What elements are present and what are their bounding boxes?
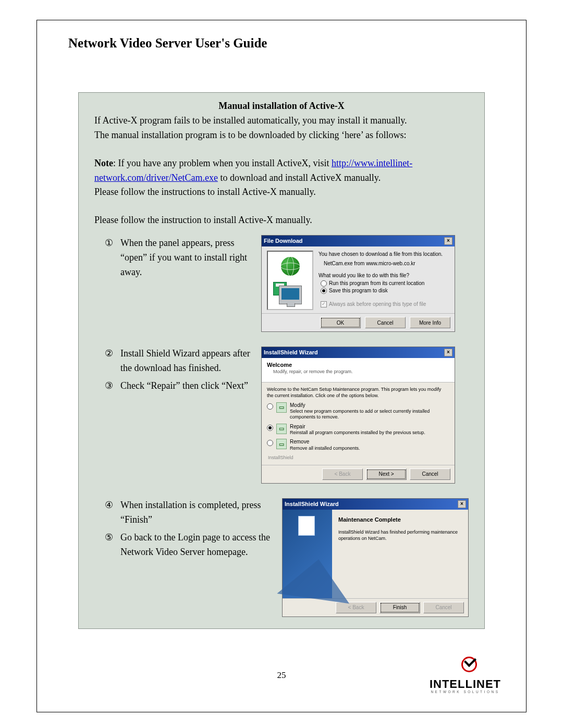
step-2-3-text: ② Install Shield Wizard appears after th… [94, 347, 251, 393]
ok-button[interactable]: OK [320, 317, 361, 328]
note-text-2: to download and install ActiveX manually… [218, 172, 381, 183]
radio-icon [267, 440, 273, 446]
note-label: Note [94, 158, 113, 168]
remove-icon: ▭ [276, 439, 287, 449]
close-icon[interactable]: × [458, 500, 466, 508]
cancel-button[interactable]: Cancel [365, 317, 406, 328]
logo-brand: INTELLINET [430, 677, 501, 691]
file-download-title: File Download [264, 237, 303, 245]
page-border: Network Video Server User's Guide Manual… [36, 20, 527, 712]
panel-heading: Manual installation of Active-X [94, 99, 469, 114]
logo-mark [453, 657, 477, 676]
instruction-block: Please follow the instruction to install… [94, 213, 469, 617]
footer-logo: INTELLINET NETWORK SOLUTIONS [430, 657, 501, 694]
option-save[interactable]: Save this program to disk [321, 287, 449, 294]
wizard-brand-label: InstallShield [268, 454, 447, 462]
note-block: Note: If you have any problem when you i… [94, 156, 469, 200]
step-5-body: Go back to the Login page to access the … [120, 530, 272, 560]
step-4-body: When installation is completed, press “F… [120, 498, 272, 527]
step-1-body: When the panel appears, press “open” if … [120, 236, 251, 280]
download-line-2: NetCam.exe from www.micro-web.co.kr [324, 260, 449, 267]
repair-desc: Reinstall all program components install… [290, 430, 425, 435]
radio-icon [321, 280, 327, 287]
modify-label: Modify [290, 402, 305, 408]
option-save-label: Save this program to disk [329, 287, 388, 294]
step-3-number: ③ [105, 379, 116, 393]
radio-icon [321, 288, 327, 294]
page: Network Video Server User's Guide Manual… [0, 0, 563, 728]
option-run-label: Run this program from its current locati… [329, 280, 424, 287]
file-download-dialog: File Download × You have chosen to downl… [261, 235, 455, 332]
remove-desc: Remove all installed components. [290, 446, 360, 451]
note-line-2: Please follow the instructions to instal… [94, 185, 469, 200]
step-row-2: ② Install Shield Wizard appears after th… [94, 347, 469, 484]
modify-desc: Select new program components to add or … [290, 409, 430, 419]
step-row-1: ① When the panel appears, press “open” i… [94, 235, 469, 332]
step-4-5-text: ④ When installation is completed, press … [94, 498, 272, 560]
step-1-number: ① [105, 236, 116, 280]
option-modify[interactable]: ▭ Modify Select new program components t… [267, 402, 447, 421]
installshield-complete-title: InstallShield Wizard [285, 500, 339, 509]
checkbox-icon: ✓ [321, 301, 327, 307]
installshield-title: InstallShield Wizard [264, 348, 318, 357]
installshield-complete-dialog: InstallShield Wizard × Maintenance Compl… [282, 498, 469, 617]
cancel-button[interactable]: Cancel [410, 468, 450, 480]
step-5-number: ⑤ [105, 530, 116, 560]
remove-label: Remove [290, 439, 309, 445]
more-info-button[interactable]: More Info [410, 317, 450, 328]
intro-line-1: If Active-X program fails to be installe… [94, 114, 469, 128]
wizard-intro: Welcome to the NetCam Setup Maintenance … [267, 387, 447, 399]
monitor-icon [279, 286, 302, 304]
installshield-complete-titlebar: InstallShield Wizard × [283, 499, 468, 510]
step-1-text: ① When the panel appears, press “open” i… [94, 235, 251, 280]
installshield-titlebar: InstallShield Wizard × [262, 347, 455, 358]
step-2-body: Install Shield Wizard appears after the … [120, 347, 251, 376]
option-run[interactable]: Run this program from its current locati… [321, 280, 449, 287]
back-button[interactable]: < Back [322, 468, 363, 480]
sheet-icon [298, 516, 315, 536]
wizard-header: Welcome Modify, repair, or remove the pr… [262, 358, 455, 382]
document-title: Network Video Server User's Guide [68, 36, 495, 51]
repair-icon: ▭ [276, 424, 287, 434]
logo-tagline: NETWORK SOLUTIONS [430, 690, 501, 694]
wizard-subtitle: Modify, repair, or remove the program. [273, 369, 449, 375]
wizard-title: Welcome [267, 361, 449, 368]
cancel-button[interactable]: Cancel [423, 602, 464, 613]
instruction-panel: Manual installation of Active-X If Activ… [78, 92, 485, 629]
option-remove[interactable]: ▭ Remove Remove all installed components… [267, 439, 447, 451]
modify-icon: ▭ [276, 402, 287, 413]
download-text: You have chosen to download a file from … [319, 251, 449, 310]
step-2-number: ② [105, 347, 116, 376]
radio-icon [267, 403, 273, 410]
intro-line-2: The manual installation program is to be… [94, 128, 469, 143]
repair-label: Repair [290, 424, 305, 429]
download-graphic [267, 251, 313, 310]
download-question: What would you like to do with this file… [319, 272, 449, 279]
file-download-titlebar: File Download × [262, 236, 455, 246]
instruction-intro: Please follow the instruction to install… [94, 213, 469, 228]
close-icon[interactable]: × [444, 237, 452, 245]
step-3-body: Check “Repair” then click “Next” [120, 379, 251, 393]
download-line-1: You have chosen to download a file from … [319, 251, 449, 258]
installshield-options-dialog: InstallShield Wizard × Welcome Modify, r… [261, 347, 455, 484]
wizard-side-graphic [283, 510, 332, 598]
option-repair[interactable]: ▭ Repair Reinstall all program component… [267, 424, 447, 436]
option-always-ask[interactable]: ✓ Always ask before opening this type of… [321, 301, 449, 308]
close-icon[interactable]: × [444, 349, 452, 356]
note-text-1: : If you have any problem when you insta… [113, 158, 332, 168]
complete-desc: InstallShield Wizard has finished perfor… [338, 529, 462, 541]
step-row-3: ④ When installation is completed, press … [94, 498, 469, 617]
back-button[interactable]: < Back [336, 602, 376, 613]
option-always-label: Always ask before opening this type of f… [329, 301, 426, 308]
finish-button[interactable]: Finish [380, 602, 420, 613]
radio-icon [267, 425, 273, 431]
complete-heading: Maintenance Complete [338, 516, 462, 524]
step-4-number: ④ [105, 498, 116, 527]
globe-icon [281, 257, 300, 276]
next-button[interactable]: Next > [366, 468, 407, 480]
